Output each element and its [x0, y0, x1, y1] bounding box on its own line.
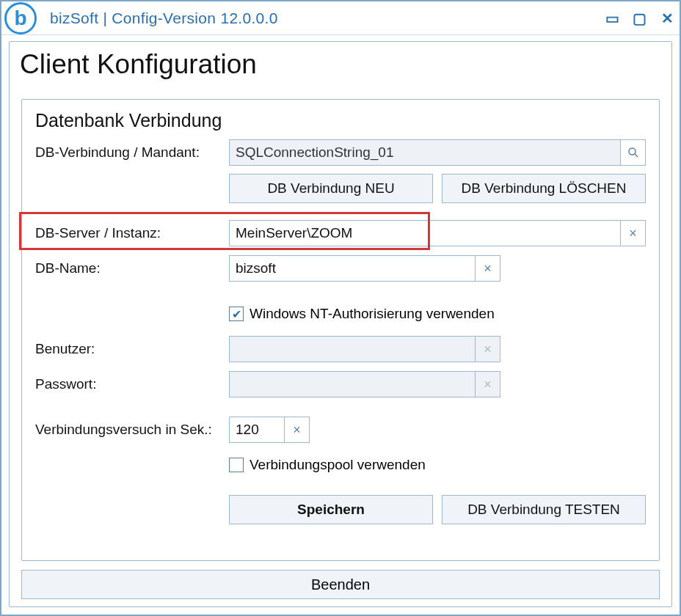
clear-server-icon[interactable]: × [621, 220, 646, 246]
timeout-field[interactable] [229, 417, 285, 443]
label-dbname: DB-Name: [35, 260, 229, 276]
row-connection: DB-Verbindung / Mandant: [35, 139, 646, 166]
password-field [229, 371, 476, 397]
new-connection-button[interactable]: DB Verbindung NEU [229, 174, 433, 203]
maximize-icon[interactable]: ▢ [633, 10, 647, 27]
window-title: bizSoft | Config-Version 12.0.0.0 [50, 10, 605, 27]
dbname-field[interactable] [229, 255, 476, 282]
row-action-buttons: Speichern DB Verbindung TESTEN [35, 495, 646, 524]
test-connection-button[interactable]: DB Verbindung TESTEN [442, 495, 646, 524]
close-button[interactable]: Beenden [21, 570, 660, 599]
save-button[interactable]: Speichern [229, 495, 433, 524]
row-nt-auth: ✔ Windows NT-Authorisierung verwenden [35, 300, 646, 328]
clear-timeout-icon[interactable]: × [285, 417, 310, 443]
nt-auth-checkbox[interactable]: ✔ Windows NT-Authorisierung verwenden [229, 306, 495, 322]
window-controls: ▭ ▢ ✕ [605, 10, 674, 27]
delete-connection-button[interactable]: DB Verbindung LÖSCHEN [442, 174, 646, 203]
user-field [229, 336, 476, 362]
row-pool: Verbindungspool verwenden [35, 451, 646, 479]
window-frame: b bizSoft | Config-Version 12.0.0.0 ▭ ▢ … [0, 0, 681, 616]
checkbox-empty-icon [229, 458, 244, 472]
search-icon[interactable] [621, 139, 646, 166]
row-connection-buttons: DB Verbindung NEU DB Verbindung LÖSCHEN [35, 174, 646, 203]
pool-checkbox[interactable]: Verbindungspool verwenden [229, 457, 426, 473]
label-timeout: Verbindungsversuch in Sek.: [35, 422, 229, 438]
row-user: Benutzer: × [35, 335, 646, 363]
svg-line-1 [635, 154, 638, 157]
connection-field[interactable] [229, 139, 621, 166]
row-timeout: Verbindungsversuch in Sek.: × [35, 416, 646, 444]
group-title: Datenbank Verbindung [35, 110, 646, 131]
footer-bar: Beenden [21, 570, 660, 599]
row-password: Passwort: × [35, 370, 646, 398]
label-password: Passwort: [35, 376, 229, 392]
server-field[interactable] [229, 220, 621, 246]
svg-point-0 [629, 148, 636, 155]
clear-dbname-icon[interactable]: × [476, 255, 500, 282]
pool-label: Verbindungspool verwenden [250, 457, 426, 473]
nt-auth-label: Windows NT-Authorisierung verwenden [250, 306, 495, 322]
titlebar: b bizSoft | Config-Version 12.0.0.0 ▭ ▢ … [1, 1, 680, 35]
checkbox-icon: ✔ [229, 307, 244, 321]
app-logo-icon: b [4, 2, 37, 34]
clear-user-icon: × [476, 336, 500, 362]
page-heading: Client Konfiguration [20, 49, 664, 80]
label-server: DB-Server / Instanz: [35, 225, 229, 241]
label-user: Benutzer: [35, 341, 229, 357]
content-panel: Client Konfiguration Datenbank Verbindun… [9, 41, 672, 607]
label-connection: DB-Verbindung / Mandant: [35, 144, 229, 161]
close-icon[interactable]: ✕ [661, 10, 674, 27]
row-server: DB-Server / Instanz: × [35, 219, 646, 247]
clear-password-icon: × [476, 371, 500, 397]
minimize-icon[interactable]: ▭ [605, 10, 618, 27]
row-dbname: DB-Name: × [35, 254, 646, 282]
db-connection-group: Datenbank Verbindung DB-Verbindung / Man… [21, 99, 660, 561]
